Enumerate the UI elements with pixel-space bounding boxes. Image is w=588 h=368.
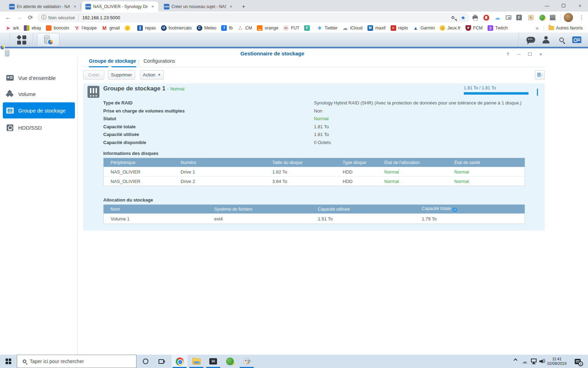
tab-storage-pool[interactable]: Groupe de stockage <box>89 58 136 67</box>
page-info-icon[interactable]: ⓘ <box>41 14 46 21</box>
bookmark-cm[interactable]: ∴CM <box>235 24 254 32</box>
bookmark-replo[interactable]: ≡réplo <box>388 24 411 32</box>
bookmarks-overflow-chevron[interactable]: » <box>533 25 541 31</box>
bookmark-fut[interactable]: EAFUT <box>281 24 302 32</box>
bookmark-facebook[interactable]: ffb <box>219 24 235 32</box>
list-view-button[interactable] <box>535 70 545 80</box>
tray-network[interactable] <box>529 355 538 368</box>
window-maximize-button[interactable] <box>555 0 572 11</box>
bookmark-jeuxfr[interactable]: ☺Jeux.fr <box>437 24 463 32</box>
table-row[interactable]: NAS_OLIVIER Drive 2 3.64 To HDD Normal N… <box>104 176 525 186</box>
bookmark-repas[interactable]: ∥repas <box>135 24 158 32</box>
dsm-user-options-button[interactable] <box>539 33 553 47</box>
taskbar-app-chrome[interactable] <box>172 355 188 368</box>
profile-avatar[interactable] <box>564 13 573 22</box>
capacity-bar-fill <box>464 92 528 95</box>
start-button[interactable] <box>0 355 17 368</box>
taskbar-app-globe[interactable] <box>222 355 238 368</box>
bookmark-meteo[interactable]: CMeteo <box>194 24 219 32</box>
window-close-icon[interactable]: × <box>537 51 545 57</box>
bookmark-ark[interactable]: ➤ark <box>3 24 21 32</box>
printer-extension-icon[interactable] <box>472 14 478 21</box>
bookmark-gmail[interactable]: Mgmail <box>99 24 122 32</box>
adblock-extension-icon[interactable] <box>483 14 489 21</box>
tab-configurations[interactable]: Configurations <box>144 58 175 67</box>
divider <box>560 14 561 21</box>
window-help-icon[interactable]: ? <box>504 51 512 57</box>
taskbar-app-file-explorer[interactable] <box>188 355 204 368</box>
window-title: Gestionnaire de stockage <box>0 50 545 56</box>
dsm-favicon: DSM <box>164 4 169 9</box>
bookmark-flashscore[interactable]: F <box>302 24 314 32</box>
info-icon[interactable]: i <box>453 207 457 212</box>
taskbar-search-box[interactable] <box>17 355 136 368</box>
collapse-chevron-icon[interactable] <box>537 90 538 96</box>
bookmark-lequipe[interactable]: ’El’équipe <box>71 24 99 32</box>
browser-tabstrip: DSM En attente de validation - NAS-F × D… <box>0 0 588 12</box>
dsm-search-button[interactable] <box>554 33 568 47</box>
notes-extension-icon[interactable]: ✎ <box>528 14 534 21</box>
sidebar-item-volume[interactable]: Volume <box>3 86 75 102</box>
bookmark-garmin[interactable]: ▲Garmin <box>410 24 437 32</box>
password-key-icon[interactable] <box>451 15 455 19</box>
delete-button[interactable]: Supprimer <box>108 70 135 80</box>
bookmark-ebay[interactable]: ebay <box>21 24 43 32</box>
taskbar-app-mail[interactable]: ✉ <box>205 355 221 368</box>
flash-extension-icon[interactable]: F <box>516 14 522 21</box>
table-row[interactable]: Volume 1 ext4 1.51 To 1.79 To <box>104 213 525 224</box>
picture-in-picture-extension-icon[interactable] <box>505 14 512 21</box>
bookmark-twitch[interactable]: ▯Twitch <box>485 24 510 32</box>
bookmark-twitter[interactable]: ✈Twitter <box>314 24 340 32</box>
dsm-open-app-storage-manager[interactable] <box>37 33 59 47</box>
table-row[interactable]: NAS_OLIVIER Drive 1 1.82 To HDD Normal N… <box>104 167 525 176</box>
browser-tab-3[interactable]: DSM Créer un nouveau sujet - NAS-Fo × <box>160 1 237 12</box>
storage-manager-window: Gestionnaire de stockage ? ─ × Vue d’ens… <box>0 48 588 355</box>
action-center-button[interactable]: 1 <box>570 355 584 368</box>
cortana-button[interactable] <box>139 355 153 368</box>
tray-onedrive[interactable]: ☁ <box>520 355 529 368</box>
dsm-notifications-button[interactable] <box>524 33 538 47</box>
address-bar[interactable]: ⓘ Non sécurisé 192.168.1.23:5000 ★ <box>37 13 470 22</box>
tab-close-icon[interactable]: × <box>72 4 78 9</box>
new-tab-button[interactable]: + <box>239 3 248 11</box>
window-minimize-button[interactable]: — <box>539 0 555 11</box>
taskbar-clock[interactable]: 11:41 02/08/2019 <box>545 355 568 368</box>
tab-close-icon[interactable]: × <box>150 4 155 9</box>
action-dropdown-button[interactable]: Action▼ <box>140 70 164 80</box>
tray-show-hidden-icons[interactable] <box>511 355 520 368</box>
notification-badge: 1 <box>578 361 583 366</box>
screenshot-extension-icon[interactable] <box>550 14 556 21</box>
browser-tab-1[interactable]: DSM En attente de validation - NAS-F × <box>6 1 80 12</box>
dsm-widgets-button[interactable] <box>569 33 584 47</box>
sidebar-item-hdd-ssd[interactable]: HDD/SSD <box>3 120 75 135</box>
reload-icon[interactable]: ⟳ <box>26 13 35 22</box>
sidebar-item-storage-pool[interactable]: Groupe de stockage <box>3 102 75 118</box>
bookmark-boncoin[interactable]: boncoin <box>43 24 71 32</box>
bookmark-maxif[interactable]: Mmaxif <box>365 24 388 32</box>
back-icon[interactable]: ← <box>4 13 13 22</box>
bookmark-footmercato[interactable]: ↺footmercato <box>159 24 194 32</box>
bookmark-fcm[interactable]: ✚FCM <box>463 24 485 32</box>
browser-tab-2-active[interactable]: DSM NAS_OLIVIER - Synology DiskSta × <box>82 1 158 12</box>
tab-close-icon[interactable]: × <box>228 4 234 9</box>
globe-extension-icon[interactable] <box>539 14 545 21</box>
browser-menu-icon[interactable]: ⋮ <box>578 13 586 22</box>
sidebar-item-overview[interactable]: Vue d’ensemble <box>3 70 75 86</box>
taskbar-app-paint[interactable] <box>239 355 255 368</box>
other-favorites-folder[interactable]: Autres favoris <box>546 24 585 32</box>
dsm-main-menu-button[interactable] <box>12 33 31 47</box>
create-button[interactable]: Créer <box>83 70 104 80</box>
cloud-extension-icon[interactable]: ☁ <box>494 14 500 21</box>
window-minimize-icon[interactable]: ─ <box>515 51 523 57</box>
task-view-button[interactable] <box>154 355 168 368</box>
bookmark-icloud[interactable]: ☁iCloud <box>340 24 365 32</box>
window-maximize-icon[interactable] <box>526 51 534 57</box>
bookmark-star-icon[interactable]: ★ <box>461 14 465 21</box>
window-close-button[interactable]: × <box>572 0 588 11</box>
taskbar-search-input[interactable] <box>30 359 121 364</box>
bookmark-smiley[interactable]: ☺ <box>122 24 135 32</box>
forward-icon[interactable]: → <box>15 13 24 22</box>
gmail-icon: M <box>102 25 107 31</box>
tab-title: Créer un nouveau sujet - NAS-Fo <box>172 4 226 9</box>
bookmark-orange[interactable]: ▁orange <box>254 24 281 32</box>
